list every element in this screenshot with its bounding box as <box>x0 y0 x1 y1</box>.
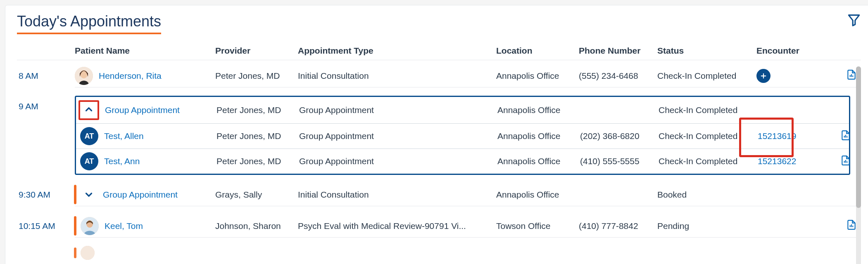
table-row-partial <box>17 242 861 264</box>
appointments-table: Patient Name Provider Appointment Type L… <box>17 42 861 264</box>
patient-cell[interactable]: Group Appointment <box>76 100 216 120</box>
table-row-group-collapsed: 9:30 AM Group Appointment Grays, Sally I… <box>17 179 861 210</box>
group-name-link[interactable]: Group Appointment <box>103 190 178 200</box>
time-label: 9 AM <box>17 96 75 111</box>
location-cell: Annapolis Office <box>497 156 580 166</box>
avatar: AT <box>80 127 98 145</box>
provider-cell: Peter Jones, MD <box>216 105 299 115</box>
time-label: 8 AM <box>17 71 75 81</box>
collapse-group-button[interactable] <box>78 100 99 120</box>
row-actions <box>840 130 855 143</box>
appt-type-cell: Psych Eval with Medical Review-90791 Vi.… <box>298 221 496 231</box>
patient-cell[interactable]: AT Test, Ann <box>76 152 216 170</box>
phone-cell: (555) 234-6468 <box>579 71 657 81</box>
patient-name-link[interactable]: Test, Allen <box>104 131 144 141</box>
filter-icon[interactable] <box>847 13 861 28</box>
appt-type-cell: Group Appointment <box>299 156 497 166</box>
avatar: AT <box>80 152 98 170</box>
location-cell: Annapolis Office <box>497 105 580 115</box>
document-icon[interactable] <box>840 155 851 168</box>
avatar-initials: AT <box>85 132 94 141</box>
chevron-up-icon <box>83 104 94 117</box>
group-member-row: AT Test, Allen Peter Jones, MD Group App… <box>76 124 849 149</box>
provider-cell: Peter Jones, MD <box>215 71 298 81</box>
provider-cell: Peter Jones, MD <box>216 156 299 166</box>
add-encounter-button[interactable] <box>756 69 770 83</box>
document-icon[interactable] <box>846 69 857 82</box>
table-row-group-expanded: 9 AM Group Appointment Peter Jones, MD G… <box>17 92 861 179</box>
encounter-cell: 15213619 <box>758 131 840 141</box>
table-row: 10:15 AM Keel, Tom Johnson, Sharon Psych… <box>17 210 861 242</box>
table-row: 8 AM Henderson, Rita Peter Jones, MD Ini… <box>17 60 861 92</box>
patient-name-link[interactable]: Test, Ann <box>104 156 140 166</box>
patient-cell[interactable]: AT Test, Allen <box>76 127 216 145</box>
status-cell: Booked <box>657 190 756 200</box>
phone-cell: (410) 555-5555 <box>580 156 659 166</box>
patient-cell[interactable]: Henderson, Rita <box>75 67 215 85</box>
phone-cell: (410) 777-8842 <box>579 221 657 231</box>
group-header-row: Group Appointment Peter Jones, MD Group … <box>76 97 849 124</box>
appointments-card: Today's Appointments Patient Name Provid… <box>5 5 868 264</box>
patient-name-link[interactable]: Keel, Tom <box>105 221 143 231</box>
status-cell: Check-In Completed <box>659 105 758 115</box>
expand-group-button[interactable] <box>81 189 97 200</box>
time-label: 10:15 AM <box>17 221 75 231</box>
patient-cell[interactable]: Group Appointment <box>75 189 215 200</box>
header-patient: Patient Name <box>75 46 215 56</box>
status-cell: Check-In Completed <box>657 71 756 81</box>
group-member-row: AT Test, Ann Peter Jones, MD Group Appoi… <box>76 149 849 174</box>
patient-name-link[interactable]: Henderson, Rita <box>99 71 162 81</box>
location-cell: Annapolis Office <box>497 131 580 141</box>
time-label: 9:30 AM <box>17 190 75 200</box>
appt-type-cell: Initial Consultation <box>298 190 496 200</box>
appt-type-cell: Initial Consultation <box>298 71 496 81</box>
encounter-link[interactable]: 15213622 <box>758 156 796 166</box>
header-provider: Provider <box>215 46 298 56</box>
provider-cell: Grays, Sally <box>215 190 298 200</box>
header-location: Location <box>496 46 579 56</box>
location-cell: Annapolis Office <box>496 190 579 200</box>
document-icon[interactable] <box>840 130 851 143</box>
svg-point-19 <box>81 246 95 260</box>
document-icon[interactable] <box>846 219 857 232</box>
status-cell: Pending <box>657 221 756 231</box>
location-cell: Annapolis Office <box>496 71 579 81</box>
appt-type-cell: Group Appointment <box>299 105 497 115</box>
patient-cell[interactable] <box>75 246 215 260</box>
page-title: Today's Appointments <box>17 13 161 34</box>
card-header: Today's Appointments <box>17 13 861 34</box>
status-cell: Check-In Completed <box>659 156 758 166</box>
location-cell: Towson Office <box>496 221 579 231</box>
patient-cell[interactable]: Keel, Tom <box>75 217 215 235</box>
avatar-initials: AT <box>85 157 94 166</box>
status-cell: Check-In Completed <box>659 131 758 141</box>
provider-cell: Johnson, Sharon <box>215 221 298 231</box>
appt-type-cell: Group Appointment <box>299 131 497 141</box>
header-phone: Phone Number <box>579 46 657 56</box>
provider-cell: Peter Jones, MD <box>216 131 299 141</box>
encounter-cell: 15213622 <box>758 156 840 166</box>
avatar <box>81 246 95 260</box>
phone-cell: (202) 368-6820 <box>580 131 659 141</box>
header-encounter: Encounter <box>756 46 839 56</box>
svg-marker-0 <box>849 15 859 26</box>
avatar <box>81 217 99 235</box>
group-name-link[interactable]: Group Appointment <box>105 105 180 115</box>
encounter-cell <box>756 69 839 83</box>
header-status: Status <box>657 46 756 56</box>
avatar <box>75 67 93 85</box>
encounter-link[interactable]: 15213619 <box>758 131 796 141</box>
header-appt-type: Appointment Type <box>298 46 496 56</box>
svg-point-2 <box>80 70 88 78</box>
group-appointment-box: Group Appointment Peter Jones, MD Group … <box>75 96 850 175</box>
scrollbar[interactable] <box>856 66 861 264</box>
table-header: Patient Name Provider Appointment Type L… <box>17 42 861 60</box>
scrollbar-thumb[interactable] <box>856 66 861 208</box>
row-actions <box>840 155 855 168</box>
